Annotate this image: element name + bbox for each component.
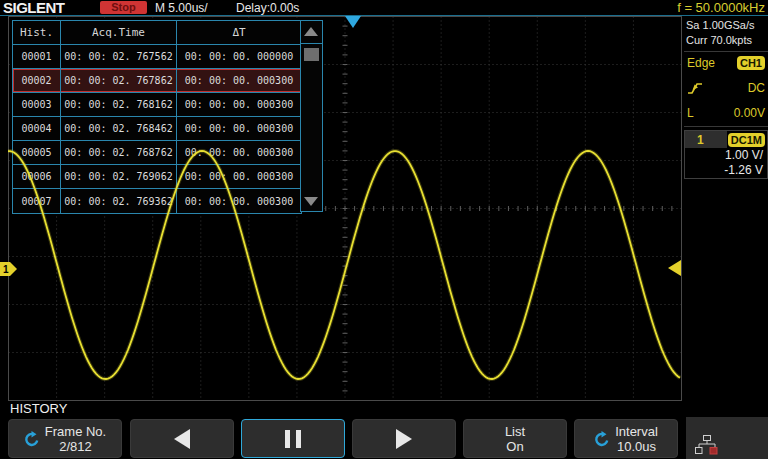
frame-button-label: Frame No.: [45, 424, 106, 439]
trigger-source-badge: CH1: [737, 56, 765, 70]
channel1-number: 1: [685, 131, 727, 148]
scroll-up-button[interactable]: [301, 21, 322, 44]
channel1-coupling-badge: DC1M: [728, 133, 765, 147]
trigger-level-label: L: [687, 106, 694, 120]
dial-icon: [594, 431, 610, 447]
table-cell: 00: 00: 00. 000300: [177, 165, 301, 188]
trigger-coupling: DC: [748, 81, 765, 95]
table-cell: 00: 00: 02. 769062: [61, 165, 177, 188]
table-row[interactable]: 0000300: 00: 02. 76816200: 00: 00. 00030…: [13, 93, 301, 117]
menu-corner-panel: [686, 417, 768, 459]
menu-title: HISTORY: [10, 401, 67, 416]
table-cell: 00: 00: 00. 000300: [177, 117, 301, 140]
table-cell: Acq.Time: [61, 21, 177, 44]
table-cell: 00005: [13, 141, 61, 164]
previous-frame-button[interactable]: [130, 419, 234, 458]
table-cell: 00006: [13, 165, 61, 188]
bottom-menu-bar: HISTORY Frame No. 2/812 List On: [0, 401, 768, 459]
table-cell: 00: 00: 00. 000300: [177, 141, 301, 164]
acquisition-info: Sa 1.00GSa/s Curr 70.0kpts: [684, 16, 768, 52]
channel1-volts-per-div: 1.00 V/: [685, 148, 767, 163]
table-cell: 00: 00: 02. 768162: [61, 93, 177, 116]
trigger-level-marker[interactable]: [668, 260, 681, 276]
rising-edge-icon: [687, 81, 703, 95]
scroll-down-icon[interactable]: [304, 197, 318, 206]
sample-rate: Sa 1.00GSa/s: [686, 18, 768, 33]
table-cell: 00: 00: 00. 000300: [177, 93, 301, 116]
top-status-bar: SIGLENT Stop M 5.00us/ Delay:0.00s f = 5…: [0, 0, 768, 16]
history-list-scrollbar[interactable]: [300, 20, 323, 212]
table-cell: 00: 00: 02. 767562: [61, 45, 177, 68]
ch1-level-marker-label: 1: [3, 264, 9, 275]
timebase-readout: M 5.00us/: [155, 1, 208, 15]
delay-readout: Delay:0.00s: [236, 1, 299, 15]
table-cell: 00: 00: 02. 768762: [61, 141, 177, 164]
table-cell: 00003: [13, 93, 61, 116]
table-row[interactable]: 0000600: 00: 02. 76906200: 00: 00. 00030…: [13, 165, 301, 189]
table-row[interactable]: 0000400: 00: 02. 76846200: 00: 00. 00030…: [13, 117, 301, 141]
table-cell: 00: 00: 02. 767862: [61, 69, 177, 92]
table-cell: 00: 00: 02. 768462: [61, 117, 177, 140]
table-cell: 00002: [13, 69, 61, 92]
table-header-row: Hist.Acq.TimeΔT: [13, 21, 301, 45]
trigger-level-value: 0.00V: [734, 106, 765, 120]
interval-button-label: Interval: [615, 424, 658, 439]
list-button-value: On: [506, 439, 523, 454]
scroll-up-icon: [304, 27, 318, 36]
table-row[interactable]: 0000700: 00: 02. 76936200: 00: 00. 00030…: [13, 189, 301, 213]
frequency-counter-readout: f = 50.0000kHz: [677, 0, 765, 15]
history-list-table: Hist.Acq.TimeΔT0000100: 00: 02. 76756200…: [12, 20, 302, 214]
channel1-offset: -1.26 V: [685, 163, 767, 178]
waveform-display: Hist.Acq.TimeΔT0000100: 00: 02. 76756200…: [0, 16, 684, 401]
oscilloscope-screen: SIGLENT Stop M 5.00us/ Delay:0.00s f = 5…: [0, 0, 768, 459]
trigger-info: Edge CH1 DC L 0.00V: [684, 52, 768, 127]
table-cell: 00007: [13, 189, 61, 213]
scroll-thumb[interactable]: [304, 48, 319, 61]
table-cell: 00: 00: 02. 769362: [61, 189, 177, 213]
channel1-status-box[interactable]: 1 DC1M 1.00 V/ -1.26 V: [684, 130, 768, 179]
siglent-logo: SIGLENT: [3, 0, 65, 16]
table-cell: 00: 00: 00. 000300: [177, 69, 301, 92]
right-info-panel: Sa 1.00GSa/s Curr 70.0kpts Edge CH1 DC L…: [684, 16, 768, 401]
network-status-icon[interactable]: [694, 435, 720, 456]
table-cell: 00: 00: 00. 000300: [177, 189, 301, 213]
next-frame-icon: [396, 429, 412, 449]
table-cell: 00004: [13, 117, 61, 140]
table-cell: Hist.: [13, 21, 61, 44]
ch1-level-marker[interactable]: [0, 262, 17, 276]
frame-button-value: 2/812: [59, 439, 92, 454]
table-cell: 00: 00: 00. 000000: [177, 45, 301, 68]
list-button-label: List: [505, 424, 525, 439]
dial-icon: [24, 431, 40, 447]
pause-icon: [285, 430, 301, 448]
table-row[interactable]: 0000500: 00: 02. 76876200: 00: 00. 00030…: [13, 141, 301, 165]
pause-playback-button[interactable]: [241, 419, 345, 458]
memory-depth: Curr 70.0kpts: [686, 33, 768, 48]
trigger-mode: Edge: [687, 56, 715, 70]
next-frame-button[interactable]: [352, 419, 456, 458]
run-state-badge[interactable]: Stop: [100, 1, 147, 14]
frame-number-button[interactable]: Frame No. 2/812: [8, 419, 122, 458]
table-row[interactable]: 0000200: 00: 02. 76786200: 00: 00. 00030…: [13, 69, 301, 93]
table-cell: 00001: [13, 45, 61, 68]
table-row[interactable]: 0000100: 00: 02. 76756200: 00: 00. 00000…: [13, 45, 301, 69]
trigger-position-marker[interactable]: [345, 16, 361, 28]
list-toggle-button[interactable]: List On: [463, 419, 567, 458]
table-cell: ΔT: [177, 21, 301, 44]
previous-frame-icon: [174, 429, 190, 449]
interval-button[interactable]: Interval 10.0us: [574, 419, 678, 458]
interval-button-value: 10.0us: [617, 439, 656, 454]
